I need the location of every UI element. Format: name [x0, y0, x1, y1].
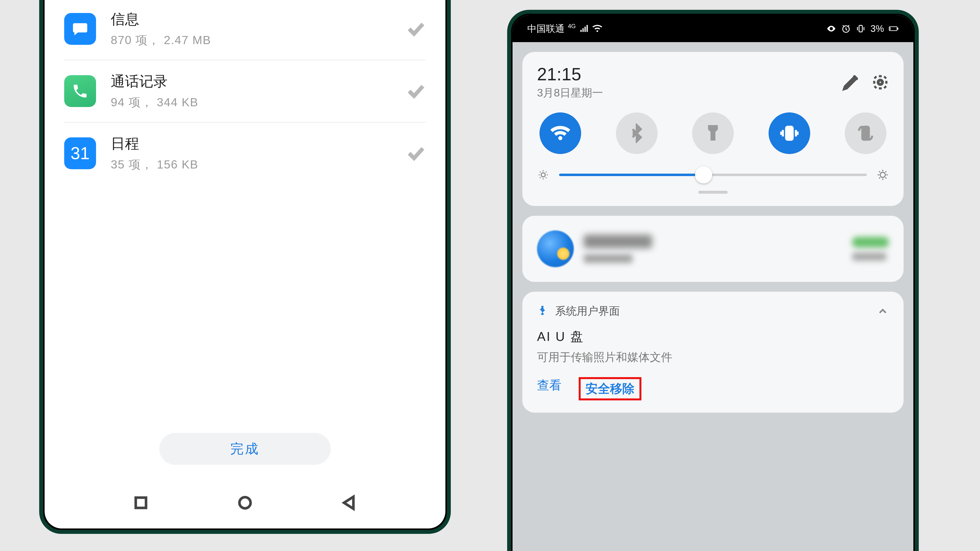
- svg-rect-6: [897, 28, 899, 30]
- nav-recents-icon[interactable]: [132, 494, 150, 511]
- item-subtitle: 94 项， 344 KB: [111, 95, 406, 110]
- vibrate-icon: [856, 24, 865, 33]
- brightness-low-icon: [537, 169, 549, 181]
- highlight-box: 安全移除: [579, 377, 641, 400]
- notification-source: 系统用户界面: [555, 304, 620, 318]
- notification-card-usb[interactable]: 系统用户界面 AI U 盘 可用于传输照片和媒体文件 查看 安全移除: [522, 292, 904, 413]
- action-eject[interactable]: 安全移除: [585, 382, 635, 395]
- notification-shade: 21:15 3月8日星期一: [512, 42, 913, 551]
- check-icon: [406, 19, 426, 39]
- item-subtitle: 870 项， 2.47 MB: [111, 32, 406, 48]
- item-title: 日程: [111, 134, 406, 153]
- check-icon: [406, 81, 426, 101]
- brightness-high-icon: [877, 169, 889, 181]
- blurred-badge: [852, 237, 889, 248]
- qs-date: 3月8日星期一: [537, 86, 603, 100]
- list-item[interactable]: 31 日程 35 项， 156 KB: [64, 122, 426, 184]
- done-label: 完成: [230, 440, 260, 458]
- phone-frame-right: 中国联通 4G 3% 21:15 3月8日星期一: [507, 10, 919, 551]
- svg-rect-4: [859, 25, 862, 32]
- phone-screen-left: 信息 870 项， 2.47 MB 通话记录 94 项， 344 KB 31: [45, 0, 445, 529]
- notification-title: AI U 盘: [537, 328, 889, 345]
- done-button[interactable]: 完成: [159, 433, 331, 465]
- toggle-vibrate[interactable]: [768, 113, 810, 154]
- list-item[interactable]: 信息 870 项， 2.47 MB: [64, 0, 426, 60]
- item-title: 通话记录: [111, 72, 406, 91]
- calendar-number: 31: [70, 143, 90, 163]
- svg-point-9: [712, 134, 714, 136]
- action-view[interactable]: 查看: [537, 377, 562, 400]
- blurred-text: [852, 252, 886, 261]
- toggle-wifi[interactable]: [539, 113, 581, 154]
- svg-rect-0: [136, 498, 146, 508]
- svg-point-8: [878, 80, 883, 84]
- blurred-text: [584, 235, 652, 248]
- quick-settings-panel: 21:15 3月8日星期一: [522, 52, 904, 206]
- alarm-icon: [841, 24, 851, 33]
- nav-back-icon[interactable]: [340, 494, 358, 511]
- item-title: 信息: [111, 10, 406, 29]
- phone-frame-left: 信息 870 项， 2.47 MB 通话记录 94 项， 344 KB 31: [39, 0, 451, 534]
- drag-handle[interactable]: [698, 191, 728, 194]
- item-subtitle: 35 项， 156 KB: [111, 157, 406, 172]
- svg-point-1: [239, 497, 251, 508]
- toggle-flashlight[interactable]: [692, 113, 734, 154]
- usb-icon: [537, 306, 548, 317]
- carrier-label: 中国联通: [527, 22, 565, 35]
- weather-icon: [537, 230, 574, 267]
- calendar-icon: 31: [64, 137, 96, 169]
- backup-list: 信息 870 项， 2.47 MB 通话记录 94 项， 344 KB 31: [45, 0, 445, 184]
- notification-card-blurred[interactable]: [522, 216, 904, 282]
- messages-icon: [64, 13, 96, 45]
- phone-screen-right: 中国联通 4G 3% 21:15 3月8日星期一: [512, 15, 913, 551]
- gear-icon[interactable]: [872, 74, 889, 91]
- slider-thumb[interactable]: [695, 166, 712, 183]
- blurred-text: [584, 254, 633, 263]
- android-navbar: [45, 484, 445, 521]
- svg-marker-2: [344, 497, 353, 509]
- svg-rect-7: [890, 27, 891, 30]
- signal-icon: [579, 24, 589, 33]
- svg-point-14: [542, 306, 543, 307]
- nav-home-icon[interactable]: [236, 494, 254, 511]
- battery-icon: [889, 24, 899, 33]
- toggle-autorotate[interactable]: [845, 113, 886, 154]
- toggle-bluetooth[interactable]: [616, 113, 657, 154]
- svg-point-13: [880, 172, 885, 178]
- qs-time: 21:15: [537, 64, 603, 84]
- chevron-up-icon[interactable]: [877, 305, 889, 318]
- list-item[interactable]: 通话记录 94 项， 344 KB: [64, 60, 426, 122]
- svg-point-12: [541, 173, 546, 177]
- check-icon: [406, 143, 426, 163]
- battery-pct: 3%: [870, 24, 884, 34]
- wifi-icon: [592, 24, 602, 33]
- svg-rect-10: [786, 127, 792, 140]
- edit-icon[interactable]: [842, 74, 859, 91]
- svg-rect-11: [862, 127, 869, 140]
- eye-icon: [826, 24, 836, 33]
- notification-desc: 可用于传输照片和媒体文件: [537, 350, 889, 365]
- phone-icon: [64, 75, 96, 107]
- brightness-slider[interactable]: [537, 169, 889, 181]
